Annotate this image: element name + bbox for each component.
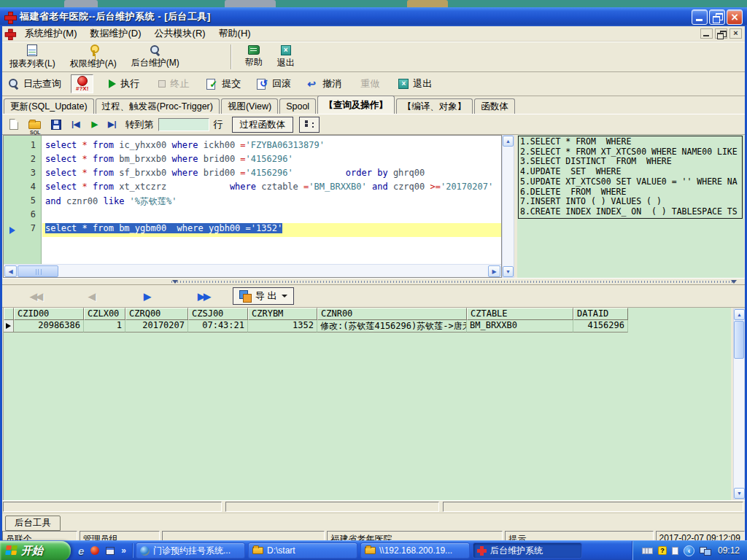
quicklaunch-window-icon[interactable] xyxy=(106,547,115,555)
task-buttons: 门诊预约挂号系统...D:\start\\192.168.200.19...后台… xyxy=(136,542,582,559)
report-list-button[interactable]: 报表列表(L) xyxy=(2,42,63,71)
last-record-button[interactable]: ▶▶ xyxy=(195,289,212,303)
column-header-cztable[interactable]: CZTABLE xyxy=(467,308,573,320)
column-header-czsj00[interactable]: CZSJ00 xyxy=(188,308,248,320)
network-tray-icon[interactable] xyxy=(700,547,711,555)
splitter-bar[interactable] xyxy=(0,278,747,285)
column-header-czid00[interactable]: CZID00 xyxy=(14,308,84,320)
close-button[interactable]: × xyxy=(727,9,743,25)
editor-line[interactable]: select * from xt_xtczrz where cztable ='… xyxy=(42,182,501,195)
sql-template-item[interactable]: 7.INSERT INTO ( ) VALUES ( ) xyxy=(520,197,740,207)
mdi-close-button[interactable]: × xyxy=(729,28,742,39)
start-button[interactable]: 开始 xyxy=(0,541,71,560)
scroll-up-arrow[interactable]: ▲ xyxy=(503,136,514,147)
sql-template-item[interactable]: 6.DELETE FROM WHERE xyxy=(520,187,740,198)
goto-line-input[interactable] xyxy=(158,118,209,131)
sql-editor[interactable]: 1234567 select * from ic_yhxx00 where ic… xyxy=(3,135,502,278)
editor-line[interactable]: select * from sf_brxxb0 where brid00 ='4… xyxy=(42,168,501,182)
go-first-line-button[interactable]: |◀ xyxy=(71,120,80,129)
go-last-line-button[interactable]: ▶| xyxy=(108,120,117,129)
quicklaunch-more-chevron[interactable]: » xyxy=(121,546,126,555)
restore-button[interactable] xyxy=(709,9,725,25)
quicklaunch-red-icon[interactable] xyxy=(90,546,99,555)
sql-template-list[interactable]: 1.SELECT * FROM WHERE2.SELECT * FROM XT_… xyxy=(518,136,743,219)
menu-help[interactable]: 帮助(H) xyxy=(212,26,258,42)
tab-function-body[interactable]: 函数体 xyxy=(474,98,515,114)
execute-button[interactable]: 执行 xyxy=(107,76,142,92)
hscroll-thumb[interactable] xyxy=(18,265,58,277)
proc-function-body-button[interactable]: 过程函数体 xyxy=(232,117,294,133)
exit-button[interactable]: 退出 xyxy=(270,42,302,71)
tab-proc-trigger[interactable]: 过程、触发器(Proc-Trigger) xyxy=(96,98,220,114)
hide-icons-chevron[interactable]: ‹ xyxy=(684,545,694,556)
help-button[interactable]: 帮助 xyxy=(238,42,270,71)
sql-template-item[interactable]: 4.UPDATE SET WHERE xyxy=(520,167,740,177)
column-header-czlx00[interactable]: CZLX00 xyxy=(84,308,125,320)
editor-line[interactable]: select * from bm_brxxb0 where brid00 ='4… xyxy=(42,154,501,168)
editor-line[interactable]: select * from ic_yhxx00 where ickh00 ='F… xyxy=(42,140,501,154)
next-record-button[interactable]: ▶ xyxy=(141,289,152,303)
menu-data-maintenance[interactable]: 数据维护(D) xyxy=(84,26,148,42)
undo-button[interactable]: 撤消 xyxy=(305,76,344,92)
open-sql-icon[interactable]: SQL xyxy=(28,121,41,129)
sql-symbols-button[interactable]: #?X! xyxy=(71,74,93,93)
export-button[interactable]: 导 出 xyxy=(233,287,294,305)
scroll-left-arrow[interactable]: ◀ xyxy=(4,265,17,277)
undo-icon xyxy=(307,79,318,90)
task-network-folder[interactable]: \\192.168.200.19... xyxy=(360,542,470,559)
editor-gutter: 1234567 xyxy=(4,136,42,264)
task-houtai-weihu[interactable]: 后台维护系统 xyxy=(473,542,582,559)
task-dstart-folder[interactable]: D:\start xyxy=(248,542,357,559)
mdi-minimize-button[interactable] xyxy=(700,28,713,39)
ime-help-tray-icon[interactable]: ? xyxy=(658,546,667,555)
title-bar[interactable]: 福建省老年医院--后台维护系统 - [后台工具] × xyxy=(0,7,747,26)
run-line-button[interactable]: ▶ xyxy=(92,120,98,129)
tab-spool[interactable]: Spool xyxy=(279,98,316,114)
scroll-down-arrow[interactable]: ▼ xyxy=(503,266,514,277)
editor-vscrollbar[interactable]: ▲ ▼ xyxy=(502,135,514,278)
sql-template-item[interactable]: 8.CREATE INDEX INDEX_ ON ( ) TABLESPACE … xyxy=(520,207,740,217)
menu-common-modules[interactable]: 公共模块(R) xyxy=(148,26,212,42)
editor-code-area[interactable]: select * from ic_yhxx00 where ickh00 ='F… xyxy=(42,136,501,264)
tab-query-operate[interactable]: 【查询及操作】 xyxy=(317,96,395,114)
grid-vscrollbar[interactable]: ▲ ▼ xyxy=(733,308,745,499)
rollback-button[interactable]: 回滚 xyxy=(255,76,293,92)
editor-line[interactable]: and cznr00 like '%苏钦莲%' xyxy=(42,195,501,209)
column-header-cznr00[interactable]: CZNR00 xyxy=(317,308,467,320)
taskbar-clock[interactable]: 09:12 xyxy=(718,545,740,556)
editor-line[interactable]: select * from bm_ygbm00 where ygbh00 ='1… xyxy=(42,223,501,237)
column-header-czrybm[interactable]: CZRYBM xyxy=(248,308,317,320)
object-list-button[interactable] xyxy=(299,117,320,133)
editor-hscrollbar[interactable]: ◀ ▶ xyxy=(4,264,501,277)
table-row[interactable]: 2098638612017020707:43:211352修改:(苏钦莲4156… xyxy=(4,320,731,332)
column-header-dataid[interactable]: DATAID xyxy=(573,308,628,320)
exit-sql-button[interactable]: 退出 xyxy=(396,76,434,92)
tab-compile-object[interactable]: 【编译、对象】 xyxy=(396,98,473,114)
minimize-button[interactable] xyxy=(692,9,708,25)
editor-line[interactable] xyxy=(42,209,501,223)
window-tab-houtai[interactable]: 后台工具 xyxy=(5,516,61,531)
document-tray-icon[interactable] xyxy=(672,547,678,555)
quicklaunch-ie-icon[interactable]: e xyxy=(78,545,84,556)
backend-maintenance-button[interactable]: 后台维护(M) xyxy=(124,42,187,71)
column-header-czrq00[interactable]: CZRQ00 xyxy=(125,308,188,320)
new-script-icon[interactable] xyxy=(9,119,18,130)
grid-scroll-down-arrow[interactable]: ▼ xyxy=(734,488,745,499)
menu-system-maintenance[interactable]: 系统维护(M) xyxy=(18,26,84,42)
scroll-right-arrow[interactable]: ▶ xyxy=(488,265,500,277)
sql-template-item[interactable]: 5.UPDATE XT_XTCS00 SET VALUE0 = '' WHERE… xyxy=(520,177,740,187)
sql-template-item[interactable]: 3.SELECT DISTINCT FROM WHERE xyxy=(520,157,740,167)
grid-scroll-thumb[interactable] xyxy=(734,321,744,359)
log-query-button[interactable]: 日志查询 xyxy=(7,76,63,92)
commit-button[interactable]: 提交 xyxy=(204,76,243,92)
keyboard-tray-icon[interactable] xyxy=(642,548,653,554)
sql-template-item[interactable]: 1.SELECT * FROM WHERE xyxy=(520,137,740,147)
permission-maintenance-button[interactable]: 权限维护(A) xyxy=(63,42,124,71)
tab-view[interactable]: 视图(View) xyxy=(221,98,278,114)
sql-template-item[interactable]: 2.SELECT * FROM XT_XTCS00 WHERE NAME00 L… xyxy=(520,147,740,158)
tab-sql-update[interactable]: 更新(SQL_Update) xyxy=(4,98,94,114)
grid-scroll-up-arrow[interactable]: ▲ xyxy=(734,309,745,320)
mdi-restore-button[interactable] xyxy=(715,28,727,39)
save-icon[interactable] xyxy=(51,120,61,130)
task-menzhen-yuyue[interactable]: 门诊预约挂号系统... xyxy=(136,542,245,559)
